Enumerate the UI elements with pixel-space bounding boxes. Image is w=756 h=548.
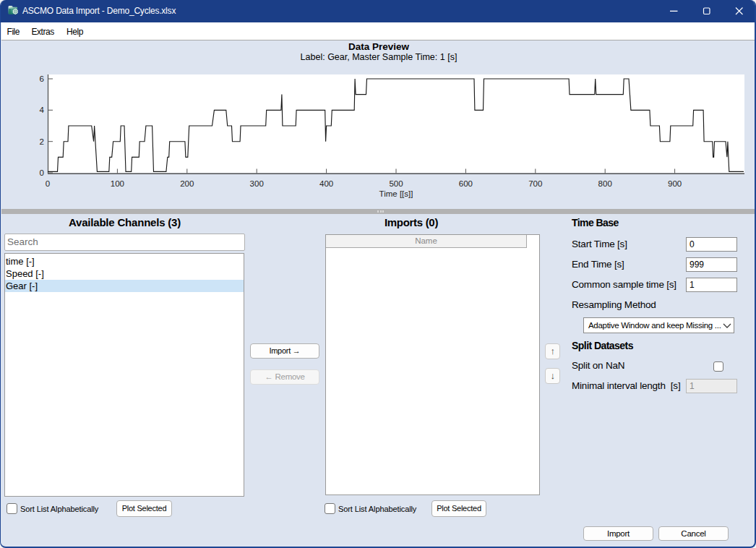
svg-text:100: 100	[111, 179, 124, 188]
svg-text:600: 600	[459, 179, 473, 188]
svg-text:700: 700	[528, 179, 542, 188]
svg-text:6: 6	[40, 74, 44, 83]
svg-text:Time [[s]]: Time [[s]]	[379, 189, 413, 198]
svg-text:500: 500	[389, 179, 403, 188]
svg-text:800: 800	[598, 179, 612, 188]
svg-text:0: 0	[46, 179, 50, 188]
svg-text:0: 0	[40, 168, 44, 177]
svg-text:300: 300	[250, 179, 264, 188]
svg-text:Data Preview: Data Preview	[348, 41, 410, 52]
svg-text:4: 4	[40, 106, 45, 114]
svg-text:400: 400	[319, 179, 333, 188]
svg-text:900: 900	[668, 179, 682, 188]
svg-text:Label: Gear, Master Sample Tim: Label: Gear, Master Sample Time: 1 [s]	[301, 52, 458, 62]
svg-text:2: 2	[40, 137, 44, 146]
svg-text:200: 200	[180, 179, 194, 188]
